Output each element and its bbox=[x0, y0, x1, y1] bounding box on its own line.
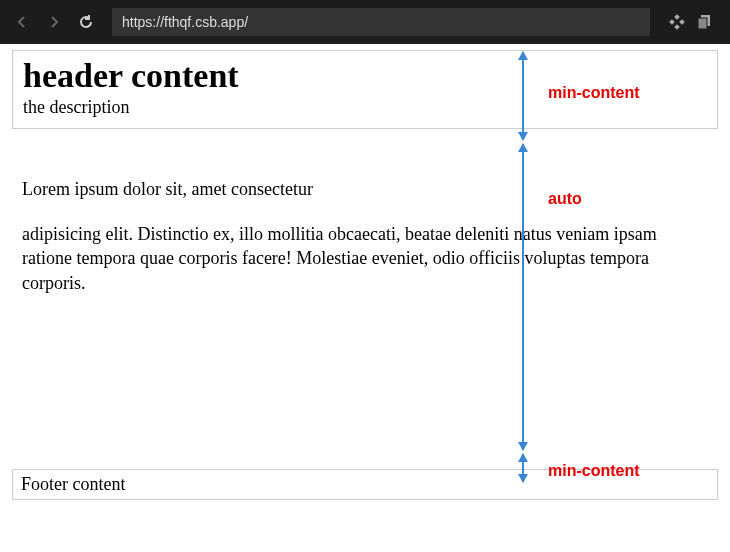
copy-icon[interactable] bbox=[696, 13, 714, 31]
svg-rect-3 bbox=[674, 24, 680, 30]
reload-button[interactable] bbox=[74, 10, 98, 34]
forward-button[interactable] bbox=[42, 10, 66, 34]
page-description: the description bbox=[23, 97, 707, 118]
footer-section: Footer content bbox=[12, 469, 718, 500]
browser-bar: https://fthqf.csb.app/ bbox=[0, 0, 730, 44]
page-area: header content the description Lorem ips… bbox=[0, 50, 730, 500]
svg-rect-5 bbox=[698, 18, 707, 29]
svg-rect-2 bbox=[679, 19, 685, 25]
diamond-icon[interactable] bbox=[668, 13, 686, 31]
back-button[interactable] bbox=[10, 10, 34, 34]
svg-rect-0 bbox=[674, 14, 680, 20]
browser-right-icons bbox=[668, 13, 720, 31]
footer-text: Footer content bbox=[21, 474, 125, 494]
header-section: header content the description bbox=[12, 50, 718, 129]
svg-rect-1 bbox=[669, 19, 675, 25]
main-paragraph-2: adipisicing elit. Distinctio ex, illo mo… bbox=[22, 222, 708, 295]
page-title: header content bbox=[23, 57, 707, 95]
url-bar[interactable]: https://fthqf.csb.app/ bbox=[112, 8, 650, 36]
url-text: https://fthqf.csb.app/ bbox=[122, 14, 248, 30]
main-section: Lorem ipsum dolor sit, amet consectetur … bbox=[12, 129, 718, 409]
main-paragraph-1: Lorem ipsum dolor sit, amet consectetur bbox=[22, 179, 708, 200]
